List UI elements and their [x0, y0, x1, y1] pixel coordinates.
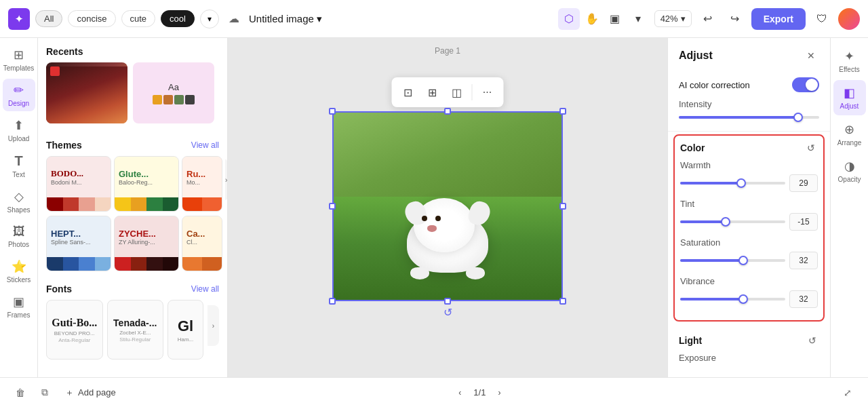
vibrance-thumb[interactable]	[738, 294, 748, 304]
doc-title[interactable]: Untitled image ▾	[249, 13, 322, 25]
warmth-label: Warmth	[680, 160, 818, 170]
tint-thumb[interactable]	[721, 217, 730, 227]
right-sidebar-label-adjust: Adjust	[840, 102, 859, 110]
tag-more-button[interactable]: ▾	[200, 9, 219, 28]
selected-image-container: ↺	[332, 111, 563, 301]
fonts-view-all[interactable]: View all	[191, 284, 219, 294]
theme-card-ca[interactable]: Ca... Cl...	[182, 216, 222, 271]
theme-card-hept[interactable]: HEPT... Spline Sans-...	[46, 216, 111, 271]
saturation-value[interactable]: 32	[789, 252, 818, 269]
bottom-right: ⤢	[838, 383, 857, 402]
sidebar-item-opacity[interactable]: ◑ Opacity	[833, 153, 866, 189]
sidebar-item-arrange[interactable]: ⊕ Arrange	[833, 117, 866, 152]
saturation-track[interactable]	[680, 259, 785, 262]
handle-middle-right[interactable]	[559, 203, 566, 210]
tint-value[interactable]: -15	[789, 213, 818, 231]
sidebar-item-label-photos: Photos	[8, 241, 29, 248]
sidebar-item-adjust[interactable]: ◧ Adjust	[833, 80, 866, 115]
theme-card-zyche[interactable]: ZYCHE... ZY Alluring-...	[114, 216, 179, 271]
handle-middle-left[interactable]	[329, 203, 336, 210]
vibrance-value[interactable]: 32	[789, 290, 818, 308]
saturation-fill	[680, 259, 743, 262]
sidebar-item-shapes[interactable]: ◇ Shapes	[3, 185, 35, 218]
right-sidebar-label-opacity: Opacity	[838, 176, 861, 183]
sidebar-item-text[interactable]: T Text	[3, 149, 35, 182]
warmth-track[interactable]	[680, 182, 785, 185]
select-tool[interactable]: ⬡	[558, 8, 580, 30]
handle-top-left[interactable]	[329, 108, 336, 115]
user-avatar[interactable]	[838, 8, 860, 30]
crop-button[interactable]: ⊡	[397, 81, 419, 103]
tint-track[interactable]	[680, 220, 785, 223]
sidebar-item-stickers[interactable]: ⭐ Stickers	[3, 255, 35, 288]
tag-concise[interactable]: concise	[68, 10, 115, 27]
frame-tool-dropdown[interactable]: ▾	[627, 8, 649, 30]
themes-view-all[interactable]: View all	[191, 140, 219, 150]
theme-card-ru[interactable]: Ru... Mo...	[182, 156, 222, 212]
warmth-value[interactable]: 29	[789, 174, 818, 192]
add-page-button[interactable]: ＋ Add page	[60, 384, 121, 402]
chevron-down-icon: ▾	[317, 13, 322, 25]
font-card-guti[interactable]: Guti-Bo... BEYOND PRO... Anta-Regular	[46, 300, 103, 360]
handle-top-right[interactable]	[559, 108, 566, 115]
duplicate-icon[interactable]: ⧉	[35, 383, 54, 402]
fonts-more-button[interactable]: ›	[208, 305, 219, 346]
warmth-thumb[interactable]	[736, 178, 746, 188]
sidebar-item-templates[interactable]: ⊞ Templates	[3, 43, 35, 76]
redo-button[interactable]: ↪	[724, 8, 746, 30]
sidebar-item-design[interactable]: ✏ Design	[3, 79, 35, 111]
prev-page-button[interactable]: ‹	[452, 385, 468, 401]
dog-image[interactable]	[332, 111, 563, 301]
chevron-down-icon-zoom: ▾	[681, 14, 686, 24]
ai-correction-section: AI color correction Intensity	[668, 71, 830, 128]
next-page-button[interactable]: ›	[491, 385, 507, 401]
frame-tool[interactable]: ▣	[604, 8, 626, 30]
saturation-thumb[interactable]	[738, 256, 748, 265]
hand-tool[interactable]: ✋	[581, 8, 603, 30]
sidebar-item-photos[interactable]: 🖼 Photos	[3, 220, 35, 252]
warmth-fill	[680, 182, 741, 185]
ai-correction-toggle[interactable]	[792, 77, 819, 92]
theme-card-glute[interactable]: Glute... Baloo-Reg...	[114, 156, 179, 212]
handle-bottom-middle[interactable]	[444, 298, 451, 305]
flip-button[interactable]: ◫	[446, 81, 468, 103]
recent-card-2[interactable]: Aa	[133, 62, 214, 123]
section-divider-1	[668, 131, 830, 132]
sidebar-item-upload[interactable]: ⬆ Upload	[3, 114, 35, 147]
expand-icon[interactable]: ⤢	[838, 383, 857, 402]
recent-card-1[interactable]	[46, 62, 127, 123]
more-button[interactable]: ···	[477, 81, 498, 103]
font-card-gl[interactable]: Gl Ham...	[167, 300, 203, 360]
tag-cool[interactable]: cool	[161, 10, 195, 27]
shield-icon[interactable]: 🛡	[811, 8, 833, 30]
handle-bottom-right[interactable]	[559, 298, 566, 305]
stickers-icon: ⭐	[12, 259, 26, 274]
handle-top-middle[interactable]	[444, 108, 451, 115]
light-row: Light ↺	[679, 334, 819, 347]
grid-button[interactable]: ⊞	[422, 81, 443, 103]
theme-card-bodo[interactable]: BODO... Bodoni M...	[46, 156, 111, 212]
handle-bottom-left[interactable]	[329, 298, 336, 305]
vibrance-track[interactable]	[680, 298, 785, 301]
trash-icon[interactable]: 🗑	[11, 383, 30, 402]
tag-cute[interactable]: cute	[121, 10, 156, 27]
undo-button[interactable]: ↩	[697, 8, 719, 30]
color-reset-button[interactable]: ↺	[804, 141, 818, 155]
intensity-track[interactable]	[679, 116, 819, 119]
bottom-left: 🗑 ⧉ ＋ Add page	[11, 383, 121, 402]
export-button[interactable]: Export	[751, 8, 806, 30]
sidebar-item-effects[interactable]: ✦ Effects	[833, 43, 866, 79]
brand-logo[interactable]: ✦	[8, 8, 30, 30]
zoom-control[interactable]: 42% ▾	[654, 10, 692, 27]
themes-more-button[interactable]: ›	[225, 159, 227, 200]
light-reset-button[interactable]: ↺	[806, 334, 819, 347]
sidebar-item-frames[interactable]: ▣ Frames	[3, 290, 35, 323]
design-panel: Recents Aa Themes View all	[38, 38, 228, 377]
adjust-panel: Adjust ✕ AI color correction Intensity	[667, 38, 830, 377]
rotate-handle[interactable]: ↺	[442, 307, 453, 317]
tag-all[interactable]: All	[35, 10, 62, 27]
intensity-thumb[interactable]	[793, 113, 803, 122]
close-adjust-button[interactable]: ✕	[803, 47, 819, 64]
font-card-tenada[interactable]: Tenada-... Zocbel X-E... Stilu-Regular	[107, 300, 164, 360]
right-sidebar-label-effects: Effects	[839, 66, 859, 73]
